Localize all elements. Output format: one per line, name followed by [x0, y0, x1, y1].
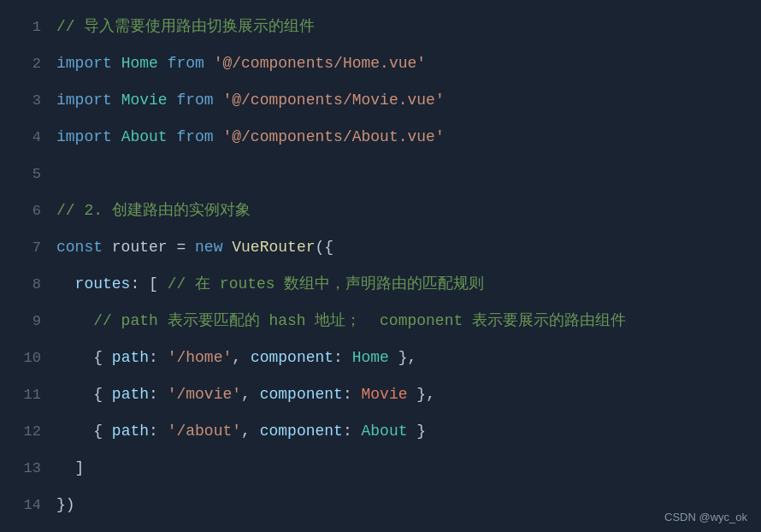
token-indent4	[56, 312, 93, 329]
token-punct: :	[149, 386, 168, 403]
token-indent2	[56, 275, 75, 293]
token-punct: {	[93, 386, 112, 403]
line-content: { path: '/movie', component: Movie },	[56, 376, 435, 413]
token-string: '@/components/Movie.vue'	[222, 92, 444, 109]
token-string: '@/components/Home.vue'	[214, 55, 426, 72]
line-number: 12	[17, 413, 41, 450]
token-punct: })	[56, 496, 75, 513]
token-comment: // path 表示要匹配的 hash 地址； component 表示要展示的…	[93, 312, 626, 329]
line-content: import Home from '@/components/Home.vue'	[56, 45, 426, 82]
line-number: 4	[17, 119, 41, 156]
line-number: 14	[17, 487, 41, 523]
token-punct: =	[176, 239, 195, 256]
line-number: 3	[17, 82, 41, 119]
line-content: // 2. 创建路由的实例对象	[56, 192, 251, 229]
token-punct: }	[408, 423, 427, 440]
token-punct: :	[149, 349, 168, 366]
token-punct: :	[149, 423, 168, 440]
token-punct: :	[343, 386, 362, 403]
token-indent4	[56, 423, 93, 440]
line-number: 6	[17, 192, 41, 229]
line-content: })	[56, 487, 75, 523]
line-number: 2	[17, 45, 41, 82]
line-content: { path: '/home', component: Home },	[56, 340, 416, 376]
code-line: 8 routes: [ // 在 routes 数组中，声明路由的匹配规则	[0, 266, 761, 303]
token-prop-name: path	[112, 349, 149, 366]
code-line: 3import Movie from '@/components/Movie.v…	[0, 82, 761, 119]
line-number: 10	[17, 340, 41, 376]
code-line: 14})	[0, 487, 761, 523]
token-punct: },	[389, 349, 416, 366]
code-line: 10 { path: '/home', component: Home },	[0, 340, 761, 376]
token-punct: :	[333, 349, 352, 366]
token-prop-name: routes	[75, 275, 131, 293]
code-line: 2import Home from '@/components/Home.vue…	[0, 45, 761, 82]
token-prop-name: component	[260, 386, 343, 403]
line-number: 1	[17, 9, 41, 45]
token-comment: // 在 routes 数组中，声明路由的匹配规则	[168, 275, 485, 293]
token-comment: // 2. 创建路由的实例对象	[56, 202, 251, 219]
code-line: 1// 导入需要使用路由切换展示的组件	[0, 9, 761, 45]
line-number: 5	[17, 156, 41, 192]
token-punct: :	[343, 423, 362, 440]
code-line: 4import About from '@/components/About.v…	[0, 119, 761, 156]
code-line: 6// 2. 创建路由的实例对象	[0, 192, 761, 229]
token-indent2	[56, 459, 75, 476]
token-component-name: About	[121, 128, 168, 145]
line-number: 11	[17, 376, 41, 413]
token-punct: ,	[241, 423, 260, 440]
token-indent4	[56, 386, 93, 403]
token-kw-from: from	[168, 92, 223, 109]
token-fn-name: VueRouter	[232, 239, 315, 256]
token-kw-from: from	[168, 128, 223, 145]
token-string: '@/components/About.vue'	[222, 128, 444, 145]
token-punct: ]	[75, 459, 85, 476]
token-prop-name: path	[112, 386, 149, 403]
line-content: import About from '@/components/About.vu…	[56, 119, 445, 156]
code-line: 12 { path: '/about', component: About }	[0, 413, 761, 450]
token-punct: {	[93, 423, 112, 440]
token-string: '/movie'	[168, 386, 241, 403]
token-prop-name: component	[260, 423, 343, 440]
line-content: // path 表示要匹配的 hash 地址； component 表示要展示的…	[56, 303, 626, 340]
line-content: ]	[56, 450, 84, 487]
token-component-name: Home	[352, 349, 389, 366]
token-punct: },	[408, 386, 435, 403]
token-kw-import: import	[56, 92, 121, 109]
line-content: import Movie from '@/components/Movie.vu…	[56, 82, 445, 119]
line-number: 13	[17, 450, 41, 487]
line-content: // 导入需要使用路由切换展示的组件	[56, 9, 315, 45]
code-line: 5	[0, 156, 761, 192]
token-string: '/about'	[168, 423, 241, 440]
line-content: routes: [ // 在 routes 数组中，声明路由的匹配规则	[56, 266, 484, 303]
token-prop-name: path	[112, 423, 149, 440]
line-number: 8	[17, 266, 41, 303]
token-kw-from: from	[158, 55, 214, 72]
token-component-name: Home	[121, 55, 158, 72]
code-line: 9 // path 表示要匹配的 hash 地址； component 表示要展…	[0, 303, 761, 340]
token-string: '/home'	[168, 349, 233, 366]
code-line: 11 { path: '/movie', component: Movie },	[0, 376, 761, 413]
token-punct: : [	[130, 275, 167, 293]
watermark: CSDN @wyc_ok	[664, 511, 747, 523]
token-kw-const: const	[56, 239, 112, 256]
token-plain: router	[112, 239, 177, 256]
code-line: 13 ]	[0, 450, 761, 487]
line-number: 9	[17, 303, 41, 340]
code-editor: 1// 导入需要使用路由切换展示的组件2import Home from '@/…	[0, 0, 761, 532]
token-punct: ,	[232, 349, 251, 366]
token-component-name: About	[362, 423, 408, 440]
line-number: 7	[17, 229, 41, 266]
token-comment: // 导入需要使用路由切换展示的组件	[56, 18, 315, 35]
line-content: const router = new VueRouter({	[56, 229, 333, 266]
token-component-name-orange: Movie	[362, 386, 408, 403]
token-kw-import: import	[56, 55, 121, 72]
token-kw-new: new	[195, 239, 232, 256]
token-kw-import: import	[56, 128, 121, 145]
token-indent4	[56, 349, 93, 366]
token-punct: ({	[315, 239, 333, 256]
token-component-name: Movie	[121, 92, 168, 109]
line-content: { path: '/about', component: About }	[56, 413, 426, 450]
token-punct: {	[93, 349, 112, 366]
code-line: 7const router = new VueRouter({	[0, 229, 761, 266]
